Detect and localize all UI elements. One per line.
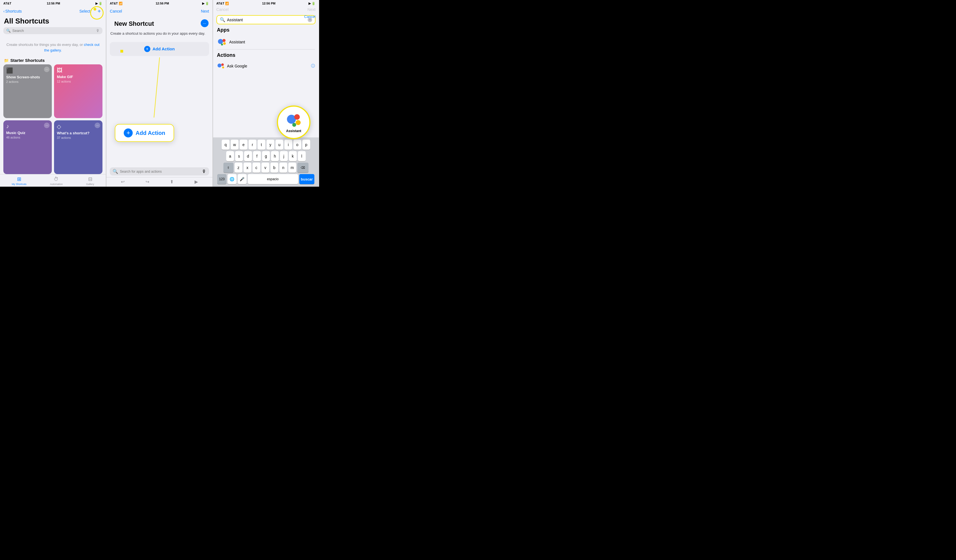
key-j[interactable]: j: [280, 151, 288, 161]
redo-icon[interactable]: ↪: [146, 179, 149, 184]
keyboard-row-4: 123 🌐 🎤 espacio buscar: [215, 174, 317, 184]
key-buscar[interactable]: buscar: [299, 174, 314, 184]
search-bar-active: 🔍 ✕: [216, 15, 316, 24]
key-delete[interactable]: ⌫: [297, 163, 308, 173]
nav-bar-3: Cancel Next: [213, 6, 319, 13]
options-button[interactable]: ···: [201, 19, 209, 27]
key-x[interactable]: x: [244, 163, 252, 173]
undo-icon[interactable]: ↩: [121, 179, 124, 184]
time-3: 12:56 PM: [262, 2, 275, 5]
nav-back-shortcuts[interactable]: ‹ Shortcuts: [3, 9, 22, 13]
bottom-search-input[interactable]: [120, 169, 200, 174]
key-s[interactable]: s: [235, 151, 243, 161]
key-l[interactable]: l: [298, 151, 306, 161]
add-shortcut-button[interactable]: +: [96, 8, 102, 14]
key-num[interactable]: 123: [217, 174, 226, 184]
key-r[interactable]: r: [248, 140, 256, 150]
screenshots-count: 2 actions: [6, 80, 49, 83]
actions-section-title: Actions: [213, 50, 319, 60]
tab-my-shortcuts[interactable]: ⊞ My Shortcuts: [12, 176, 27, 185]
svg-point-7: [222, 67, 224, 69]
page-title-all-shortcuts: All Shortcuts: [0, 16, 106, 27]
floating-add-circle-icon: +: [124, 129, 133, 137]
bottom-mic-icon: 🎙: [202, 169, 206, 174]
tab-automation[interactable]: ⏱ Automation: [50, 176, 63, 185]
key-q[interactable]: q: [222, 140, 230, 150]
empty-state: Create shortcuts for things you do every…: [0, 36, 106, 56]
ask-google-action-row[interactable]: Ask Google ⓘ: [213, 60, 319, 72]
key-c[interactable]: c: [253, 163, 260, 173]
key-m[interactable]: m: [288, 163, 296, 173]
svg-point-3: [223, 42, 226, 45]
new-shortcut-description: Create a shortcut to actions you do in y…: [106, 30, 212, 40]
key-i[interactable]: i: [285, 140, 292, 150]
nav-back-label: Shortcuts: [5, 9, 22, 13]
musicquiz-title: Music Quiz: [6, 131, 49, 135]
floating-add-action[interactable]: + Add Action: [115, 124, 174, 142]
key-n[interactable]: n: [279, 163, 287, 173]
my-shortcuts-label: My Shortcuts: [12, 183, 27, 185]
key-y[interactable]: y: [267, 140, 274, 150]
assistant-app-result[interactable]: Assistant: [213, 35, 319, 49]
shortcut-card-screenshots[interactable]: ⬛ Show Screen-shots 2 actions ···: [3, 64, 52, 118]
cancel-search-button[interactable]: Cancel: [304, 14, 318, 19]
search-input-1[interactable]: [12, 28, 94, 33]
assistant-app-label: Assistant: [229, 40, 315, 44]
key-b[interactable]: b: [270, 163, 278, 173]
play-icon[interactable]: ▶: [195, 179, 198, 184]
whatshortcut-title: What's a shortcut?: [57, 131, 100, 135]
key-shift[interactable]: ⇧: [223, 163, 233, 173]
carrier-3: AT&T 📶: [216, 2, 229, 5]
key-v[interactable]: v: [261, 163, 269, 173]
key-u[interactable]: u: [275, 140, 283, 150]
keyboard-row-3: ⇧ z x c v b n m ⌫: [215, 163, 317, 173]
empty-state-text: Create shortcuts for things you do every…: [6, 42, 83, 47]
key-space[interactable]: espacio: [248, 174, 298, 184]
key-z[interactable]: z: [234, 163, 242, 173]
select-button[interactable]: Select: [79, 9, 90, 13]
key-a[interactable]: a: [226, 151, 234, 161]
mic-icon-1: 🎙: [96, 28, 100, 33]
status-bar-3: AT&T 📶 12:56 PM ▶ 🔋: [213, 0, 319, 6]
section-header-starter: 📁 Starter Shortcuts: [0, 56, 106, 64]
battery-icons-3: ▶ 🔋: [308, 2, 316, 5]
cancel-button-2[interactable]: Cancel: [110, 9, 122, 13]
automation-icon: ⏱: [54, 176, 59, 182]
share-icon[interactable]: ⬆: [170, 179, 174, 184]
key-p[interactable]: p: [302, 140, 310, 150]
shortcut-card-whats-shortcut[interactable]: ◇ What's a shortcut? 37 actions ···: [54, 120, 102, 174]
key-h[interactable]: h: [271, 151, 279, 161]
battery-icons-2: ▶ 🔋: [202, 2, 209, 5]
key-e[interactable]: e: [240, 140, 247, 150]
screenshots-title: Show Screen-shots: [6, 75, 49, 80]
whatshortcut-icon: ◇: [57, 123, 100, 130]
key-w[interactable]: w: [231, 140, 239, 150]
assistant-circle-label: Assistant: [286, 129, 301, 133]
key-f[interactable]: f: [253, 151, 261, 161]
add-action-area[interactable]: + Add Action: [110, 42, 209, 56]
whatshortcut-count: 37 actions: [57, 136, 100, 140]
tab-bar-1: ⊞ My Shortcuts ⏱ Automation ⊟ Gallery: [0, 174, 106, 187]
svg-point-5: [217, 64, 222, 67]
key-mic[interactable]: 🎤: [237, 174, 247, 184]
shortcut-card-musicquiz[interactable]: ♪ Music Quiz 46 actions ···: [3, 120, 52, 174]
musicquiz-icon: ♪: [6, 123, 49, 130]
svg-point-4: [221, 43, 223, 45]
carrier-1: AT&T: [3, 2, 11, 5]
search-input-3[interactable]: [227, 18, 306, 22]
ask-google-info-button[interactable]: ⓘ: [311, 64, 315, 69]
makegif-count: 12 actions: [57, 80, 100, 83]
automation-label: Automation: [50, 183, 63, 185]
key-d[interactable]: d: [244, 151, 252, 161]
key-globe[interactable]: 🌐: [228, 174, 237, 184]
key-o[interactable]: o: [293, 140, 301, 150]
key-k[interactable]: k: [289, 151, 297, 161]
key-g[interactable]: g: [262, 151, 270, 161]
key-t[interactable]: t: [258, 140, 266, 150]
keyboard-row-1: q w e r t y u i o p: [215, 140, 317, 150]
tab-gallery[interactable]: ⊟ Gallery: [86, 176, 94, 185]
next-button-2[interactable]: Next: [201, 9, 209, 13]
shortcut-card-makegif[interactable]: 🖼 Make GIF 12 actions: [54, 64, 102, 118]
makegif-title: Make GIF: [57, 75, 100, 79]
gallery-icon: ⊟: [88, 176, 93, 182]
